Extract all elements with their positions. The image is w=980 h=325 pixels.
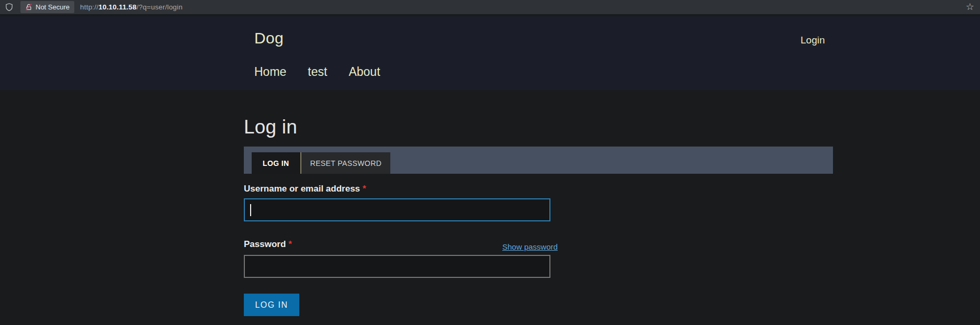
username-input[interactable]: [244, 198, 550, 221]
broken-lock-icon: [25, 3, 32, 11]
password-label: Password*: [244, 239, 292, 250]
login-tabs: LOG IN RESET PASSWORD: [244, 147, 833, 174]
username-label-text: Username or email address: [244, 184, 360, 194]
username-label: Username or email address*: [244, 184, 366, 194]
url-path: /?q=user/login: [137, 3, 183, 11]
page-title: Log in: [244, 116, 297, 138]
header-login-link[interactable]: Login: [801, 35, 825, 46]
password-input[interactable]: [244, 255, 550, 278]
tab-reset-password[interactable]: RESET PASSWORD: [300, 152, 391, 174]
url-host: 10.10.11.58: [98, 3, 137, 11]
tracking-protection-shield-icon[interactable]: [5, 3, 14, 12]
text-cursor: [250, 204, 251, 216]
browser-address-bar: Not Secure http://10.10.11.58/?q=user/lo…: [0, 0, 980, 15]
show-password-link[interactable]: Show password: [502, 242, 558, 251]
bookmark-star-icon[interactable]: ☆: [966, 2, 974, 12]
security-label: Not Secure: [36, 3, 70, 11]
site-header: Dog Login Home test About: [0, 16, 980, 90]
not-secure-badge[interactable]: Not Secure: [20, 1, 74, 13]
url-text[interactable]: http://10.10.11.58/?q=user/login: [80, 3, 183, 11]
url-scheme: http://: [80, 3, 98, 11]
tab-log-in[interactable]: LOG IN: [252, 152, 300, 174]
password-label-text: Password: [244, 239, 286, 249]
required-marker: *: [363, 184, 366, 194]
main-nav: Home test About: [254, 65, 380, 79]
nav-item-test[interactable]: test: [308, 65, 327, 79]
nav-item-about[interactable]: About: [348, 65, 380, 79]
log-in-button[interactable]: LOG IN: [244, 294, 299, 316]
required-marker: *: [288, 239, 292, 249]
site-logo[interactable]: Dog: [254, 29, 284, 47]
nav-item-home[interactable]: Home: [254, 65, 286, 79]
